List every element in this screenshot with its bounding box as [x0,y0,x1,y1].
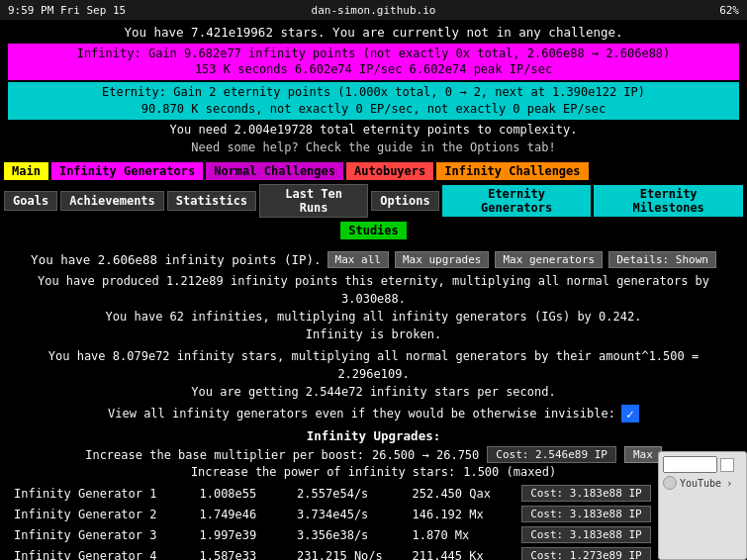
float-panel: ▦ YouTube › [658,451,747,560]
gen-name-4: Infinity Generator 4 [10,545,195,560]
float-text-input[interactable] [663,456,717,473]
tab-options[interactable]: Options [371,191,439,211]
ip-row: You have 2.606e88 infinity points (IP). … [10,251,737,268]
gen-amount-2: 1.749e46 [195,504,293,524]
tab-eternity-milestones[interactable]: Eternity Milestones [594,185,743,217]
checkbox-label: View all infinity generators even if the… [108,407,615,420]
stars-line: You have 8.079e72 infinity stars, multip… [10,347,737,383]
gen-produced-1: 252.450 Qax [409,483,518,504]
produced-block: You have produced 1.212e89 infinity poin… [10,272,737,343]
float-circle-row: YouTube › [663,476,742,490]
infinity-gain-line: Infinity: Gain 9.682e77 infinity points … [77,47,671,60]
nav-row-2: Goals Achievements Statistics Last Ten R… [0,182,747,220]
eternity-gain-line: Eternity: Gain 2 eternity points (1.000x… [102,85,645,99]
gen-name-1: Infinity Generator 1 [10,483,195,504]
gen-cost-btn-4[interactable]: Cost: 1.273e89 IP [521,547,651,560]
complexity-line: You need 2.004e19728 total eternity poin… [8,122,739,139]
checkbox-row: View all infinity generators even if the… [10,405,737,422]
content-area: You have 2.606e88 infinity points (IP). … [0,241,747,560]
max-generators-button[interactable]: Max generators [495,251,603,268]
gen-amount-3: 1.997e39 [195,524,293,545]
gen-produced-4: 211.445 Kx [409,545,518,560]
upgrade-row-2: Increase the power of infinity stars: 1.… [10,465,737,479]
getting-line: You are getting 2.544e72 infinity stars … [10,383,737,401]
eternity-sub-line: 90.870 K seconds, not exactly 0 EP/sec, … [141,102,607,116]
gen-row-4: Infinity Generator 4 1.587e33 231.215 No… [10,545,737,560]
tab-last-ten-runs[interactable]: Last Ten Runs [259,184,368,218]
tab-autobuyers[interactable]: Autobuyers [346,162,433,180]
max-upgrades-button[interactable]: Max upgrades [395,251,489,268]
produced-line: You have produced 1.212e89 infinity poin… [10,272,737,308]
upgrade1-cost-button[interactable]: Cost: 2.546e89 IP [487,446,616,463]
tab-studies[interactable]: Studies [340,222,407,239]
infinity-sub-line: 153 K seconds 6.602e74 IP/sec 6.602e74 p… [195,62,552,76]
tab-goals[interactable]: Goals [4,191,57,211]
gen-rate-1: 2.557e54/s [293,483,408,504]
upgrades-title: Infinity Upgrades: [10,428,737,443]
stars-block: You have 8.079e72 infinity stars, multip… [10,347,737,401]
float-label: YouTube [680,478,721,489]
infinities-line: You have 62 infinities, multiplying all … [10,308,737,326]
tab-normal-challenges[interactable]: Normal Challenges [206,162,343,180]
status-time: 9:59 PM Fri Sep 15 [8,4,126,17]
upgrade2-label: Increase the power of infinity stars: [191,465,455,479]
gen-amount-1: 1.008e55 [195,483,293,504]
float-arrow: › [726,478,732,489]
gen-row-1: Infinity Generator 1 1.008e55 2.557e54/s… [10,483,737,504]
tab-main[interactable]: Main [4,162,48,180]
main-stars-line: You have 7.421e19962 stars. You are curr… [8,24,739,42]
generator-table: Infinity Generator 1 1.008e55 2.557e54/s… [10,483,737,560]
gen-cost-btn-1[interactable]: Cost: 3.183e88 IP [521,485,651,502]
help-line: Need some help? Check the guide in the O… [8,140,739,156]
gen-rate-3: 3.356e38/s [293,524,408,545]
tab-infinity-challenges[interactable]: Infinity Challenges [436,162,588,180]
float-input-row: ▦ [663,456,742,473]
nav-row-1: Main Infinity Generators Normal Challeng… [0,160,747,182]
gen-rate-4: 231.215 No/s [293,545,408,560]
gen-row-3: Infinity Generator 3 1.997e39 3.356e38/s… [10,524,737,545]
tab-statistics[interactable]: Statistics [167,191,256,211]
gen-cost-btn-2[interactable]: Cost: 3.183e88 IP [521,506,651,522]
gen-produced-2: 146.192 Mx [409,504,518,524]
view-all-checkbox[interactable]: ✓ [621,405,639,422]
gen-produced-3: 1.870 Mx [409,524,518,545]
ip-amount-label: You have 2.606e88 infinity points (IP). [31,252,322,267]
status-url: dan-simon.github.io [312,4,436,17]
tab-achievements[interactable]: Achievements [60,191,164,211]
eternity-gain-highlight: Eternity: Gain 2 eternity points (1.000x… [8,82,739,120]
upgrade1-value: 26.500 → 26.750 [372,448,479,462]
gen-amount-4: 1.587e33 [195,545,293,560]
studies-row: Studies [0,220,747,241]
upgrade2-value: 1.500 (maxed) [463,465,556,479]
status-bar: 9:59 PM Fri Sep 15 dan-simon.github.io 6… [0,0,747,20]
upgrade1-max-button[interactable]: Max [624,446,662,463]
gen-name-2: Infinity Generator 2 [10,504,195,524]
details-button[interactable]: Details: Shown [608,251,716,268]
gen-row-2: Infinity Generator 2 1.749e46 3.734e45/s… [10,504,737,524]
gen-rate-2: 3.734e45/s [293,504,408,524]
top-info: You have 7.421e19962 stars. You are curr… [0,20,747,160]
tab-eternity-generators[interactable]: Eternity Generators [442,185,592,217]
broken-line: Infinity is broken. [10,326,737,343]
infinity-gain-highlight: Infinity: Gain 9.682e77 infinity points … [8,44,739,81]
max-all-button[interactable]: Max all [327,251,389,268]
upgrade1-label: Increase the base multiplier per boost: [85,448,364,462]
float-grid-icon: ▦ [720,458,734,472]
upgrade-row-1: Increase the base multiplier per boost: … [10,446,737,463]
float-circle-icon [663,476,677,490]
gen-name-3: Infinity Generator 3 [10,524,195,545]
tab-infinity-generators[interactable]: Infinity Generators [51,162,203,180]
status-battery: 62% [719,4,739,17]
gen-cost-btn-3[interactable]: Cost: 3.183e88 IP [521,526,651,543]
